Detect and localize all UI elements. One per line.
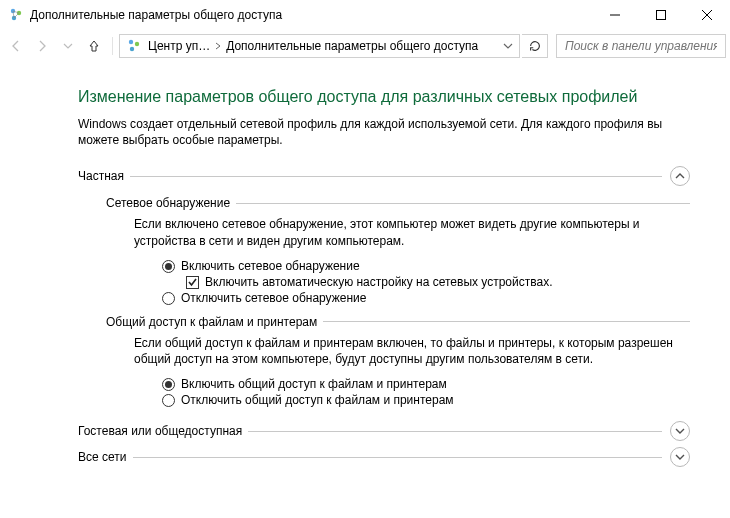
radio-file-sharing-off[interactable]: Отключить общий доступ к файлам и принте…: [162, 393, 690, 407]
section-header-guest[interactable]: Гостевая или общедоступная: [78, 421, 690, 441]
rule: [236, 203, 690, 204]
maximize-button[interactable]: [638, 0, 684, 30]
checkbox-auto-setup[interactable]: Включить автоматическую настройку на сет…: [186, 275, 690, 289]
file-sharing-options: Включить общий доступ к файлам и принтер…: [162, 377, 690, 407]
section-label: Частная: [78, 169, 130, 183]
breadcrumb-segment[interactable]: Дополнительные параметры общего доступа: [224, 35, 480, 57]
subsection-header-file-sharing: Общий доступ к файлам и принтерам: [106, 315, 690, 329]
rule: [130, 176, 662, 177]
nav-bar: Центр уп… Дополнительные параметры общег…: [0, 30, 730, 62]
radio-network-discovery-on[interactable]: Включить сетевое обнаружение: [162, 259, 690, 273]
close-button[interactable]: [684, 0, 730, 30]
breadcrumb-label: Дополнительные параметры общего доступа: [226, 39, 478, 53]
checkbox-icon: [186, 276, 199, 289]
subsection-label: Общий доступ к файлам и принтерам: [106, 315, 323, 329]
radio-icon: [162, 260, 175, 273]
radio-icon: [162, 394, 175, 407]
section-header-all-networks[interactable]: Все сети: [78, 447, 690, 467]
rule: [323, 321, 690, 322]
rule: [133, 457, 663, 458]
page-description: Windows создает отдельный сетевой профил…: [78, 116, 690, 148]
svg-rect-4: [657, 11, 666, 20]
forward-button[interactable]: [30, 34, 54, 58]
option-label: Отключить общий доступ к файлам и принте…: [181, 393, 454, 407]
breadcrumb-segment[interactable]: Центр уп…: [146, 35, 224, 57]
subsection-description: Если общий доступ к файлам и принтерам в…: [134, 335, 690, 367]
chevron-down-icon[interactable]: [670, 447, 690, 467]
section-label: Все сети: [78, 450, 133, 464]
address-bar[interactable]: Центр уп… Дополнительные параметры общег…: [119, 34, 520, 58]
radio-icon: [162, 378, 175, 391]
back-button[interactable]: [4, 34, 28, 58]
subsection-header-network-discovery: Сетевое обнаружение: [106, 196, 690, 210]
svg-point-9: [130, 47, 134, 51]
chevron-right-icon: [214, 39, 222, 53]
window-title: Дополнительные параметры общего доступа: [30, 8, 282, 22]
option-label: Отключить сетевое обнаружение: [181, 291, 366, 305]
svg-point-8: [135, 42, 139, 46]
subsection-label: Сетевое обнаружение: [106, 196, 236, 210]
breadcrumb-label: Центр уп…: [148, 39, 210, 53]
content-area: Изменение параметров общего доступа для …: [0, 62, 730, 483]
chevron-down-icon[interactable]: [670, 421, 690, 441]
radio-network-discovery-off[interactable]: Отключить сетевое обнаружение: [162, 291, 690, 305]
radio-icon: [162, 292, 175, 305]
up-button[interactable]: [82, 34, 106, 58]
option-label: Включить автоматическую настройку на сет…: [205, 275, 553, 289]
recent-locations-button[interactable]: [56, 34, 80, 58]
option-label: Включить общий доступ к файлам и принтер…: [181, 377, 447, 391]
option-label: Включить сетевое обнаружение: [181, 259, 360, 273]
network-icon: [8, 7, 24, 23]
rule: [248, 431, 662, 432]
address-dropdown-button[interactable]: [499, 35, 517, 57]
radio-file-sharing-on[interactable]: Включить общий доступ к файлам и принтер…: [162, 377, 690, 391]
svg-point-7: [129, 40, 133, 44]
page-heading: Изменение параметров общего доступа для …: [78, 88, 690, 106]
search-input[interactable]: [563, 38, 719, 54]
chevron-up-icon[interactable]: [670, 166, 690, 186]
nav-separator: [112, 37, 113, 55]
subsection-description: Если включено сетевое обнаружение, этот …: [134, 216, 690, 248]
network-icon: [126, 38, 142, 54]
refresh-button[interactable]: [522, 34, 548, 58]
minimize-button[interactable]: [592, 0, 638, 30]
network-discovery-options: Включить сетевое обнаружение Включить ав…: [162, 259, 690, 305]
section-label: Гостевая или общедоступная: [78, 424, 248, 438]
title-bar: Дополнительные параметры общего доступа: [0, 0, 730, 30]
section-header-private[interactable]: Частная: [78, 166, 690, 186]
search-box[interactable]: [556, 34, 726, 58]
